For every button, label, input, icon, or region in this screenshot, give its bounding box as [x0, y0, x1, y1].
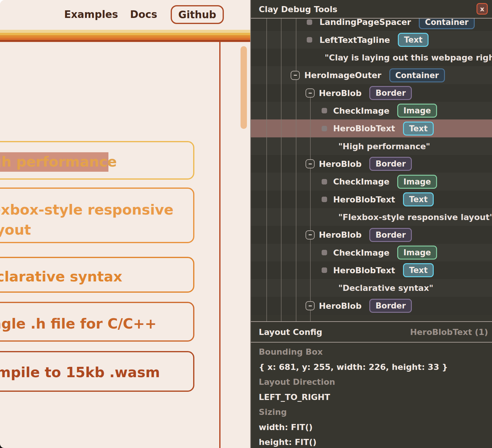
- layout-config-bar: Layout Config HeroBlobText (1): [251, 322, 492, 342]
- leaf-bullet-icon: [322, 179, 327, 184]
- tree-node-text-preview[interactable]: "High performance": [251, 137, 492, 155]
- tree-node-heroimageouter[interactable]: HeroImageOuterContainer: [251, 66, 492, 84]
- element-type-badge-image: Image: [397, 175, 437, 189]
- text-content-preview: "Flexbox-style responsive layout": [338, 212, 492, 222]
- nav-link-examples[interactable]: Examples: [64, 9, 118, 20]
- nav-link-docs[interactable]: Docs: [130, 9, 157, 20]
- clay-demo-page: Examples Docs Github igh performancelexb…: [0, 0, 250, 448]
- tree-node-text-preview[interactable]: "Flexbox-style responsive layout": [251, 208, 492, 226]
- layout-config-details: Bounding Box{ x: 681, y: 255, width: 226…: [259, 344, 490, 448]
- element-type-badge-text: Text: [403, 263, 434, 277]
- tree-node-label: HeroBlobText: [333, 266, 395, 275]
- minus-icon: [309, 234, 312, 235]
- page-scrollbar-thumb[interactable]: [241, 46, 247, 129]
- config-section-value: height: FIT(): [259, 435, 490, 448]
- stripe-band: [0, 38, 250, 40]
- tree-node-label: LandingPageSpacer: [319, 17, 411, 27]
- feature-card-text: ompile to 15kb .wasm: [0, 362, 160, 382]
- element-type-badge-text: Text: [403, 122, 434, 136]
- collapse-node-button[interactable]: [306, 301, 315, 310]
- text-content-preview: "High performance": [338, 142, 430, 151]
- close-icon[interactable]: x: [477, 3, 488, 15]
- text-content-preview: "Declarative syntax": [338, 283, 433, 293]
- tree-node-label: HeroBlob: [319, 88, 361, 98]
- collapse-node-button[interactable]: [291, 71, 300, 80]
- column-divider-line: [219, 42, 220, 448]
- tree-node-label: CheckImage: [333, 177, 389, 186]
- tree-node-checkimage[interactable]: CheckImageImage: [251, 102, 492, 120]
- config-section-value: width: FIT(): [259, 420, 490, 435]
- tree-node-label: HeroImageOuter: [304, 71, 381, 80]
- tree-node-label: HeroBlob: [319, 159, 361, 169]
- stripe-band: [0, 40, 250, 42]
- tree-node-heroblobtext[interactable]: HeroBlobTextText: [251, 119, 492, 137]
- element-type-badge-image: Image: [397, 246, 437, 260]
- text-content-preview: "Clay is laying out this webpage right n…: [325, 53, 492, 62]
- tree-node-heroblobtext[interactable]: HeroBlobTextText: [251, 191, 492, 208]
- element-type-badge-border: Border: [369, 157, 412, 171]
- leaf-bullet-icon: [307, 37, 312, 43]
- tree-node-label: CheckImage: [333, 106, 389, 115]
- element-type-badge-image: Image: [397, 104, 437, 118]
- tree-node-text-preview[interactable]: "Declarative syntax": [251, 279, 492, 297]
- collapse-node-button[interactable]: [306, 230, 315, 240]
- config-section-label: Layout Direction: [259, 374, 490, 390]
- indent-guide-line: [296, 19, 296, 321]
- leaf-bullet-icon: [322, 197, 327, 202]
- indent-guide-line: [266, 19, 267, 321]
- header-separator: [251, 18, 492, 19]
- feature-card: lexbox-style responsive ayout: [0, 188, 194, 243]
- minus-icon: [309, 164, 312, 164]
- minus-icon: [309, 305, 312, 306]
- debug-panel-header: Clay Debug Tools x: [251, 0, 492, 18]
- element-type-badge-container: Container: [389, 68, 445, 82]
- tree-node-label: HeroBlob: [319, 301, 361, 311]
- leaf-bullet-icon: [322, 250, 327, 255]
- tree-node-checkimage[interactable]: CheckImageImage: [251, 173, 492, 191]
- tree-node-heroblobtext[interactable]: HeroBlobTextText: [251, 261, 492, 279]
- minus-icon: [309, 93, 312, 94]
- indent-guide-line: [310, 97, 311, 321]
- tree-node-text-preview[interactable]: "Clay is laying out this webpage right n…: [251, 49, 492, 67]
- selected-element-label: HeroBlobText (1): [410, 327, 488, 337]
- leaf-bullet-icon: [322, 267, 327, 273]
- collapse-node-button[interactable]: [306, 159, 315, 168]
- leaf-bullet-icon: [322, 126, 327, 131]
- tree-node-checkimage[interactable]: CheckImageImage: [251, 244, 492, 262]
- debug-panel-title: Clay Debug Tools: [259, 5, 337, 14]
- element-type-badge-border: Border: [369, 86, 412, 100]
- element-type-badge-border: Border: [369, 299, 412, 313]
- tree-node-lefttexttagline[interactable]: LeftTextTaglineText: [251, 31, 492, 49]
- tree-node-label: HeroBlob: [319, 230, 361, 240]
- feature-card: igh performance: [0, 141, 194, 180]
- tree-node-heroblob[interactable]: HeroBlobBorder: [251, 84, 492, 102]
- stripe-band: [0, 30, 250, 33]
- config-section-value: { x: 681, y: 255, width: 226, height: 33…: [259, 360, 490, 375]
- feature-card-text: lexbox-style responsive ayout: [0, 200, 173, 240]
- feature-card-text: igh performance: [0, 152, 117, 171]
- tree-node-heroblob[interactable]: HeroBlobBorder: [251, 155, 492, 173]
- minus-icon: [294, 75, 297, 76]
- element-type-badge-text: Text: [403, 192, 434, 206]
- github-button[interactable]: Github: [171, 5, 224, 24]
- collapse-node-button[interactable]: [306, 88, 315, 98]
- tree-node-label: LeftTextTagline: [319, 35, 390, 45]
- layout-config-title: Layout Config: [259, 327, 322, 337]
- tree-node-label: CheckImage: [333, 248, 389, 257]
- config-section-value: LEFT_TO_RIGHT: [259, 390, 490, 405]
- tree-node-heroblob[interactable]: HeroBlobBorder: [251, 226, 492, 244]
- element-type-badge-border: Border: [369, 228, 412, 242]
- feature-card-text: ingle .h file for C/C++: [0, 314, 156, 334]
- github-button-label: Github: [178, 9, 216, 21]
- feature-card: eclarative syntax: [0, 257, 194, 293]
- config-section-label: Bounding Box: [259, 344, 490, 360]
- layout-config-separator-bottom: [251, 342, 492, 343]
- feature-card-text: eclarative syntax: [0, 267, 122, 287]
- stripe-band: [0, 35, 250, 38]
- stripe-band: [0, 33, 250, 35]
- clay-debug-tools-panel: LandingPageSpacerContainerLeftTextTaglin…: [250, 0, 492, 448]
- tree-node-heroblob[interactable]: HeroBlobBorder: [251, 297, 492, 315]
- indent-guide-line: [281, 19, 282, 321]
- feature-card: ingle .h file for C/C++: [0, 302, 194, 342]
- leaf-bullet-icon: [322, 108, 327, 113]
